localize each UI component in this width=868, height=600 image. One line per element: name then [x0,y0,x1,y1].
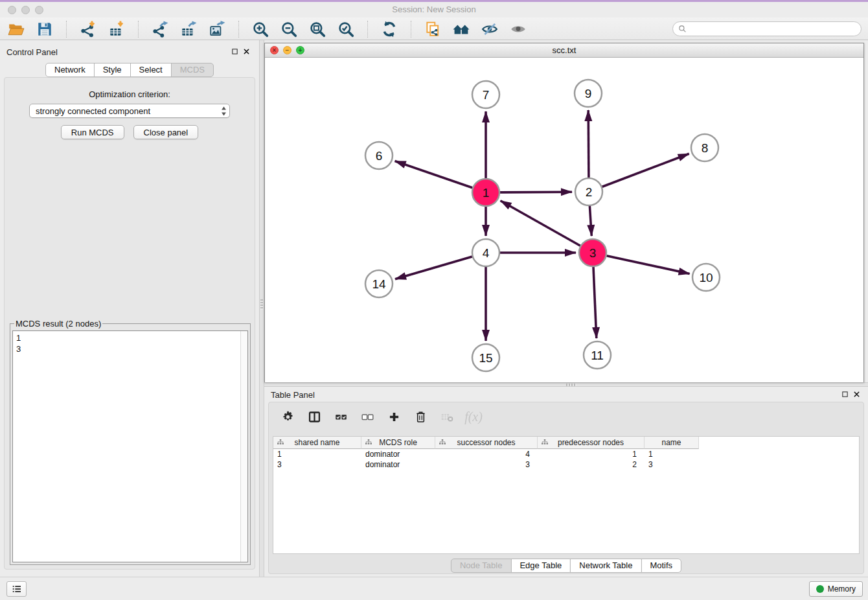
node-7[interactable]: 7 [472,81,499,108]
search-input[interactable] [690,24,856,34]
table-cell[interactable]: 3 [273,459,361,470]
criterion-select[interactable]: strongly connected component [29,104,230,118]
gear-button[interactable] [279,408,296,425]
network-canvas[interactable]: 7968124314101511 [265,58,863,382]
import-table-button[interactable] [107,19,126,39]
zoom-out-button[interactable] [279,19,299,39]
table-row[interactable]: 3dominator323 [273,459,859,470]
node-14[interactable]: 14 [365,270,393,297]
table-cell[interactable]: dominator [361,449,435,459]
deselect-all-button[interactable] [359,408,376,425]
table-row[interactable]: 1dominator411 [273,449,859,459]
table-cell[interactable]: 1 [645,449,699,459]
table-cell[interactable]: 4 [435,449,538,459]
edge-3-10[interactable] [607,256,690,274]
column-header-MCDS-role[interactable]: MCDS role [361,437,435,449]
horizontal-splitter[interactable] [264,382,868,387]
horizontal-splitter-handle[interactable] [566,384,577,386]
table-cell[interactable]: dominator [361,459,435,470]
select-all-button[interactable] [332,408,349,425]
zoom-in-button[interactable] [251,19,270,39]
tab-motifs[interactable]: Motifs [641,559,681,573]
clone-network-button[interactable] [423,19,442,39]
zoom-fit-button[interactable] [308,19,327,39]
save-button[interactable] [35,19,54,39]
tab-mcds[interactable]: MCDS [171,63,214,77]
zoom-fit-icon [309,21,326,38]
result-scrollbar[interactable] [240,331,247,562]
tab-style[interactable]: Style [94,63,131,77]
tree-icon [365,439,372,446]
close-panel-icon[interactable] [243,48,250,55]
table-cell[interactable]: 1 [273,449,361,459]
memory-button[interactable]: Memory [809,581,863,597]
columns-icon [308,410,321,424]
tree-icon [439,439,446,446]
show-details-button[interactable] [508,19,528,39]
add-row-button[interactable] [385,408,402,425]
vertical-splitter-handle[interactable] [260,299,263,310]
run-mcds-button[interactable]: Run MCDS [61,125,124,139]
column-header-name[interactable]: name [645,437,699,449]
edge-1-2[interactable] [500,192,572,192]
mcds-result-box[interactable]: 13 [12,330,248,562]
save-icon [36,21,53,38]
node-9[interactable]: 9 [575,80,602,107]
import-network-button[interactable] [78,19,98,39]
close-panel-button[interactable]: Close panel [133,125,199,139]
mcds-result-title: MCDS result (2 nodes) [14,319,102,329]
vertical-splitter[interactable] [259,40,264,577]
table-cell[interactable]: 3 [645,459,699,470]
tab-network-table[interactable]: Network Table [570,559,641,573]
table-cell[interactable]: 1 [538,449,645,459]
mcds-result-fieldset: MCDS result (2 nodes) 13 [10,319,251,565]
trash-button[interactable] [412,408,429,425]
node-8[interactable]: 8 [691,134,718,161]
node-10[interactable]: 10 [692,264,720,291]
edge-3-1[interactable] [501,201,580,246]
node-11[interactable]: 11 [584,341,611,369]
node-6[interactable]: 6 [365,142,393,169]
edge-3-11[interactable] [593,267,597,338]
float-panel-icon[interactable] [231,48,238,55]
open-folder-button[interactable] [6,19,26,39]
table-cell[interactable]: 2 [538,459,645,470]
columns-button[interactable] [306,408,323,425]
edge-2-8[interactable] [602,154,689,187]
node-3[interactable]: 3 [579,239,606,266]
edge-2-9[interactable] [588,110,589,178]
task-history-button[interactable] [6,581,27,597]
network-graph[interactable]: 7968124314101511 [265,58,863,382]
node-2[interactable]: 2 [575,178,602,205]
edge-2-3[interactable] [589,206,591,236]
table-cell[interactable]: 3 [435,459,538,470]
edge-1-6[interactable] [395,161,473,188]
zoom-selected-button[interactable] [336,19,356,39]
column-label: name [661,438,681,447]
tab-edge-table[interactable]: Edge Table [510,559,571,573]
export-table-icon [180,21,197,38]
close-table-panel-icon[interactable] [853,391,860,398]
export-network-button[interactable] [150,19,170,39]
export-image-button[interactable] [207,19,227,39]
import-table-icon [108,21,125,38]
search-box[interactable] [672,21,862,36]
tab-network[interactable]: Network [45,63,95,77]
hide-details-button[interactable] [480,19,499,39]
export-table-button[interactable] [179,19,198,39]
edge-4-14[interactable] [395,257,472,279]
column-header-predecessor-nodes[interactable]: predecessor nodes [538,437,645,449]
network-window-titlebar[interactable]: × − + scc.txt [265,43,863,58]
tab-node-table[interactable]: Node Table [451,559,512,573]
float-table-panel-icon[interactable] [841,391,849,398]
column-header-successor-nodes[interactable]: successor nodes [435,437,538,449]
tab-select[interactable]: Select [130,63,172,77]
node-table[interactable]: shared nameMCDS rolesuccessor nodesprede… [273,436,860,554]
node-4[interactable]: 4 [472,239,499,266]
node-15[interactable]: 15 [472,344,499,371]
node-1[interactable]: 1 [472,179,499,206]
refresh-button[interactable] [380,19,399,39]
home-button[interactable] [451,19,471,39]
app-titlebar: Session: New Session [0,2,868,17]
column-header-shared-name[interactable]: shared name [273,437,361,449]
